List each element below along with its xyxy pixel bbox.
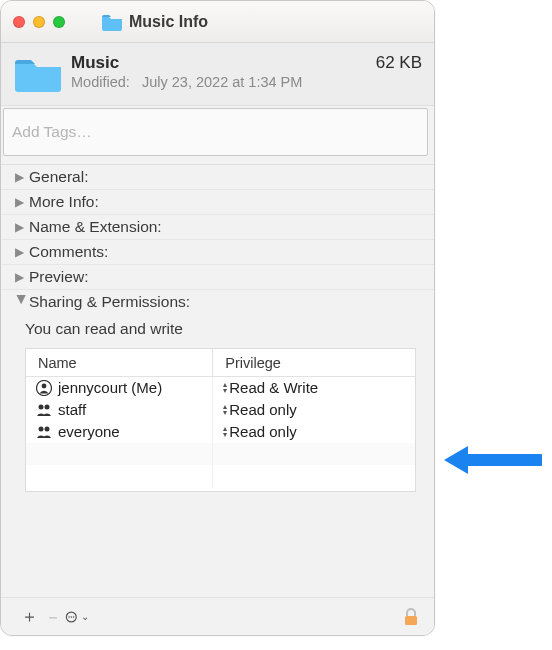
folder-icon [101,13,123,31]
group-icon [36,425,52,439]
privilege-value[interactable]: Read & Write [229,379,318,396]
sections: ▶General: ▶More Info: ▶Name & Extension:… [1,162,434,492]
section-name-extension[interactable]: ▶Name & Extension: [1,214,434,239]
table-header: Name Privilege [26,349,415,377]
tags-field[interactable] [3,108,428,156]
callout-arrow-icon [442,440,542,474]
title-wrap: Music Info [101,13,208,31]
tags-input[interactable] [4,109,427,155]
modified-label: Modified: [71,74,130,90]
item-name: Music [71,53,368,73]
chevron-down-icon: ▶ [15,295,29,309]
svg-point-5 [45,426,50,431]
chevron-right-icon: ▶ [15,270,29,284]
header-text: Music Modified: July 23, 2022 at 1:34 PM [71,53,368,90]
chevron-right-icon: ▶ [15,245,29,259]
modified-line: Modified: July 23, 2022 at 1:34 PM [71,74,368,90]
chevron-right-icon: ▶ [15,220,29,234]
footer: ＋ － ⌄ [1,597,434,635]
section-label: Name & Extension: [29,218,162,236]
column-privilege[interactable]: Privilege [213,349,415,377]
stepper-icon[interactable]: ▴▾ [223,382,227,394]
section-label: Comments: [29,243,108,261]
permissions-message: You can read and write [1,314,434,346]
column-name[interactable]: Name [26,349,213,377]
item-size: 62 KB [368,53,422,73]
info-window: Music Info Music Modified: July 23, 2022… [0,0,435,636]
group-icon [36,403,52,417]
user-name: everyone [58,423,120,440]
zoom-icon[interactable] [53,16,65,28]
svg-point-2 [39,404,44,409]
person-icon [36,380,52,396]
table-row-empty [26,443,415,465]
svg-point-9 [73,616,75,618]
svg-marker-12 [444,446,468,474]
permissions-table: Name Privilege jennycourt (Me) [25,348,416,492]
stepper-icon[interactable]: ▴▾ [223,426,227,438]
lock-icon[interactable] [402,607,420,627]
svg-point-7 [68,616,70,618]
svg-rect-10 [405,616,417,625]
remove-button[interactable]: － [41,605,65,629]
section-more-info[interactable]: ▶More Info: [1,189,434,214]
actions-button[interactable]: ⌄ [65,610,89,624]
table-row-empty [26,465,415,487]
svg-point-8 [70,616,72,618]
titlebar[interactable]: Music Info [1,1,434,43]
user-name: staff [58,401,86,418]
chevron-right-icon: ▶ [15,170,29,184]
modified-value: July 23, 2022 at 1:34 PM [142,74,302,90]
privilege-value[interactable]: Read only [229,401,297,418]
privilege-value[interactable]: Read only [229,423,297,440]
section-label: More Info: [29,193,99,211]
svg-point-1 [42,383,47,388]
header: Music Modified: July 23, 2022 at 1:34 PM… [1,43,434,106]
user-name: jennycourt (Me) [58,379,162,396]
section-preview[interactable]: ▶Preview: [1,264,434,289]
section-comments[interactable]: ▶Comments: [1,239,434,264]
section-label: General: [29,168,88,186]
window-title: Music Info [129,13,208,31]
minimize-icon[interactable] [33,16,45,28]
table-row[interactable]: jennycourt (Me) ▴▾ Read & Write [26,377,415,399]
section-sharing-permissions[interactable]: ▶Sharing & Permissions: [1,289,434,314]
table-row[interactable]: staff ▴▾ Read only [26,399,415,421]
svg-point-4 [39,426,44,431]
section-general[interactable]: ▶General: [1,164,434,189]
table-row[interactable]: everyone ▴▾ Read only [26,421,415,443]
section-label: Preview: [29,268,88,286]
folder-large-icon [13,53,63,97]
stepper-icon[interactable]: ▴▾ [223,404,227,416]
traffic-lights [13,16,65,28]
section-label: Sharing & Permissions: [29,293,190,311]
close-icon[interactable] [13,16,25,28]
chevron-right-icon: ▶ [15,195,29,209]
chevron-down-icon: ⌄ [81,611,89,622]
add-button[interactable]: ＋ [17,605,41,628]
svg-point-3 [45,404,50,409]
